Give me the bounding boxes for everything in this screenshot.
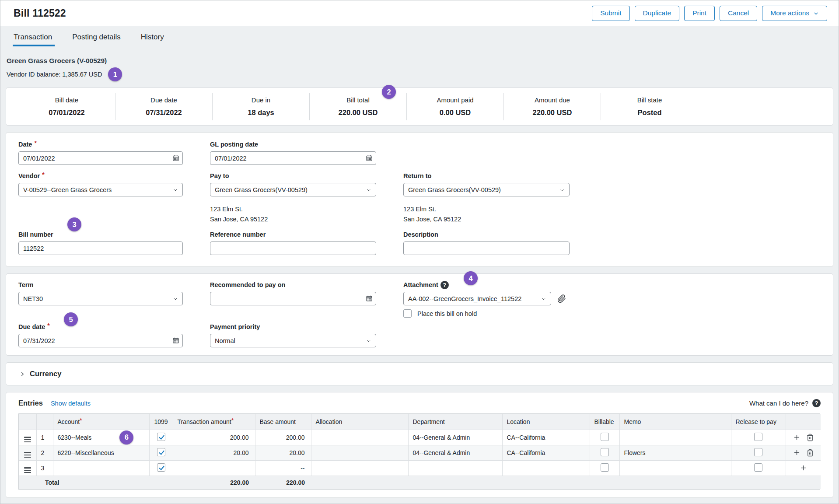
transaction-amount-cell[interactable] [173,460,255,476]
reference-number-label-text: Reference number [210,231,266,238]
tab-history[interactable]: History [141,33,164,46]
bill-number-input[interactable] [18,242,183,255]
department-cell[interactable]: 04--General & Admin [408,430,502,445]
release-checkbox[interactable] [754,433,762,441]
memo-cell[interactable] [619,460,731,476]
entry-row-1: 1 6230--Meals6 200.00 200.00 04--General… [19,430,821,445]
payment-priority-label-text: Payment priority [210,323,260,330]
callout-3: 3 [67,217,81,231]
cancel-button[interactable]: Cancel [720,6,757,21]
tab-transaction[interactable]: Transaction [14,33,52,46]
total-base-amount: 220.00 [255,476,311,489]
calendar-icon[interactable] [366,154,373,161]
payment-priority-label: Payment priority [210,323,376,331]
billable-cell [590,430,619,445]
col-memo: Memo [619,414,731,430]
transaction-amount-cell[interactable]: 200.00 [173,430,255,445]
release-checkbox[interactable] [754,463,762,472]
bill-number-label: Bill number 3 [18,231,183,238]
account-cell[interactable] [53,460,149,476]
allocation-cell[interactable] [311,445,408,460]
transaction-amount-cell[interactable]: 20.00 [173,445,255,460]
recommended-to-pay-on-input[interactable] [210,292,376,305]
calendar-icon[interactable] [172,337,179,344]
vendor-balance: Vendor ID balance: 1,385.67 USD 1 [7,67,832,81]
address-line1: 123 Elm St. [210,204,376,214]
address-line1: 123 Elm St. [403,204,570,214]
drag-handle-icon[interactable] [24,467,31,473]
1099-checkbox[interactable] [157,448,165,456]
allocation-cell[interactable] [311,430,408,445]
drag-handle-icon[interactable] [24,452,31,458]
due-date-input[interactable] [18,334,183,347]
col-billable: Billable [590,414,619,430]
memo-cell[interactable]: Flowers [619,445,731,460]
more-actions-label: More actions [770,9,809,17]
submit-button[interactable]: Submit [592,6,629,21]
attachment-label: Attachment 4 [403,281,570,289]
summary-bill-date: Bill date 07/01/2022 [18,93,115,120]
calendar-icon[interactable] [172,154,179,161]
gl-posting-date-input[interactable] [210,151,376,165]
term-select[interactable]: NET30 [18,292,183,305]
summary-value: 07/31/2022 [146,108,182,117]
department-cell[interactable]: 04--General & Admin [408,445,502,460]
billable-checkbox[interactable] [601,433,609,441]
chevron-down-icon [559,187,565,192]
add-row-icon[interactable] [793,448,801,457]
return-to-label: Return to [403,172,570,180]
return-to-field: Return to Green Grass Grocers(VV-00529) [403,172,570,196]
payment-priority-select[interactable]: Normal [210,334,376,347]
delete-row-icon[interactable] [806,449,814,457]
description-label: Description [403,231,570,238]
tab-posting-details[interactable]: Posting details [72,33,121,46]
account-cell[interactable]: 6230--Meals6 [53,430,149,445]
help-icon[interactable] [440,281,449,289]
duplicate-button[interactable]: Duplicate [635,6,680,21]
add-row-icon[interactable] [793,433,801,441]
print-button[interactable]: Print [684,6,715,21]
date-input[interactable] [18,151,183,165]
required-asterisk [34,141,36,148]
1099-checkbox[interactable] [157,463,165,472]
location-cell[interactable]: CA--California [502,430,590,445]
show-defaults-link[interactable]: Show defaults [51,400,91,407]
bill-number-label-text: Bill number [18,231,53,238]
recommended-to-pay-on-label: Recommended to pay on [210,281,376,289]
allocation-cell[interactable] [311,460,408,476]
location-cell[interactable] [502,460,590,476]
vendor-field: Vendor V-00529--Green Grass Grocers [18,172,183,196]
summary-value: 07/01/2022 [49,108,85,117]
location-cell[interactable]: CA--California [502,445,590,460]
pay-to-select[interactable]: Green Grass Grocers(VV-00529) [210,183,376,196]
total-label: Total [19,476,149,489]
place-on-hold-checkbox[interactable] [403,309,412,318]
entries-title: Entries [18,399,43,407]
reference-number-input[interactable] [210,242,376,255]
col-account: Account [53,414,149,430]
billable-checkbox[interactable] [601,463,609,472]
calendar-icon[interactable] [366,295,373,302]
memo-cell[interactable] [619,430,731,445]
drag-handle-icon[interactable] [24,437,31,442]
place-on-hold-row: Place this bill on hold [403,309,570,318]
currency-section-toggle[interactable]: Currency [6,362,833,385]
vendor-label-text: Vendor [18,172,40,179]
description-input[interactable] [403,242,570,255]
attachment-select[interactable]: AA-002--GreenGrocers_Invoice_112522 [403,292,551,305]
delete-row-icon[interactable] [806,434,814,441]
add-row-icon[interactable] [799,464,808,472]
entries-card: Entries Show defaults What can I do here… [6,392,833,498]
payment-priority-field: Payment priority Normal [210,323,376,347]
release-checkbox[interactable] [754,448,762,456]
department-cell[interactable] [408,460,502,476]
1099-checkbox[interactable] [157,433,165,441]
more-actions-button[interactable]: More actions [762,6,827,21]
address-line2: San Jose, CA 95122 [210,214,376,224]
help-icon[interactable] [812,399,821,407]
paperclip-icon[interactable] [557,294,566,303]
return-to-select[interactable]: Green Grass Grocers(VV-00529) [403,183,570,196]
vendor-select[interactable]: V-00529--Green Grass Grocers [18,183,183,196]
billable-checkbox[interactable] [601,448,609,456]
account-cell[interactable]: 6220--Miscellaneous [53,445,149,460]
